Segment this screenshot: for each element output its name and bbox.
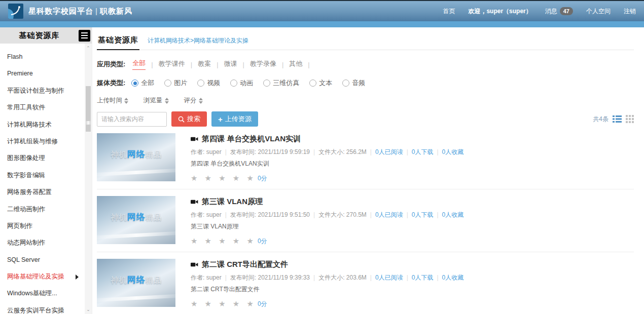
sidebar-item-flash[interactable]: Flash	[0, 49, 85, 65]
resource-title-row[interactable]: 第二课 CRT导出配置文件	[191, 260, 634, 269]
main-content: 基础资源库 计算机网络技术>网络基础理论及实操 应用类型: 全部| 教学课件| …	[93, 27, 644, 314]
sidebar-item-common-tools[interactable]: 常用工具软件	[0, 99, 85, 116]
sidebar-item-network-basics-active[interactable]: 网络基础理论及实操	[0, 268, 85, 285]
star-icons: ★ ★ ★ ★ ★	[191, 299, 256, 308]
video-camera-icon	[191, 136, 198, 142]
sort-score[interactable]: 评分	[184, 96, 203, 105]
resource-title: 第二课 CRT导出配置文件	[202, 260, 288, 269]
navbar-sub-strip	[0, 21, 644, 27]
media-type-all[interactable]: 全部	[131, 78, 154, 88]
star-icons: ★ ★ ★ ★ ★	[191, 174, 256, 183]
resource-item: 神机网络精品 第四课 单台交换机VLAN实训 作者: super|发布时间: 2…	[97, 127, 634, 189]
app-type-filter: 应用类型: 全部| 教学课件| 教案| 微课| 教学录像| 其他|	[97, 59, 634, 70]
app-type-micro-lesson[interactable]: 微课	[224, 59, 237, 70]
sidebar-item-image-processing[interactable]: 图形图像处理	[0, 150, 85, 167]
submenu-arrow-icon	[76, 274, 79, 280]
sidebar-item-premiere[interactable]: Premiere	[0, 65, 85, 82]
resource-thumbnail[interactable]: 神机网络精品	[97, 196, 175, 244]
rating-row: ★ ★ ★ ★ ★0分	[191, 237, 634, 246]
sidebar-item-sql-server[interactable]: SQL Server	[0, 252, 85, 268]
sidebar-scrollbar[interactable]: ⌃ ⌄	[85, 44, 92, 314]
sidebar-item-server-config[interactable]: 网络服务器配置	[0, 184, 85, 201]
resource-item: 神机网络精品 第二课 CRT导出配置文件 作者: super|发布时间: 202…	[97, 252, 634, 314]
plus-icon: +	[218, 115, 223, 124]
messages-count-badge: 47	[560, 7, 573, 15]
navbar-links: 首页 欢迎，super（super） 消息47 个人空间 注销	[443, 7, 636, 16]
resource-meta: 作者: super|发布时间: 2021/11/19 9:59:19|文件大小:…	[191, 148, 634, 156]
search-input[interactable]	[97, 112, 167, 127]
app-type-teaching-video[interactable]: 教学录像	[250, 59, 276, 70]
resource-thumbnail[interactable]: 神机网络精品	[97, 259, 175, 307]
video-camera-icon	[191, 199, 198, 205]
nav-logout-link[interactable]: 注销	[624, 7, 636, 16]
media-type-3d-sim[interactable]: 三维仿真	[263, 78, 299, 88]
sidebar-item-cloud-training[interactable]: 云服务实训平台实操	[0, 302, 85, 314]
radio-icon	[263, 80, 270, 87]
scroll-down-icon[interactable]: ⌄	[85, 306, 92, 313]
score-value: 0分	[258, 237, 267, 246]
app-type-courseware[interactable]: 教学课件	[159, 59, 185, 70]
resource-title-row[interactable]: 第三课 VLAN原理	[191, 197, 634, 207]
scrollbar-thumb[interactable]	[86, 86, 91, 132]
resource-title: 第四课 单台交换机VLAN实训	[202, 134, 301, 144]
sort-arrows-icon	[199, 98, 203, 104]
sidebar-header: 基础资源库	[0, 27, 92, 44]
brand-logo[interactable]	[8, 4, 23, 19]
media-type-label: 媒体类型:	[97, 78, 125, 88]
nav-home-link[interactable]: 首页	[443, 7, 455, 16]
menu-toggle-button[interactable]	[79, 30, 90, 42]
search-button[interactable]: 搜索	[171, 111, 207, 127]
nav-personal-space-link[interactable]: 个人空间	[586, 7, 611, 16]
score-value: 0分	[258, 174, 267, 183]
media-type-text[interactable]: 文本	[309, 78, 332, 88]
breadcrumb[interactable]: 计算机网络技术>网络基础理论及实操	[148, 36, 248, 45]
sidebar-item-2d-animation[interactable]: 二维动画制作	[0, 201, 85, 218]
media-type-filter: 媒体类型: 全部 图片 视频 动画 三维仿真 文本 音频	[97, 78, 634, 88]
media-type-video[interactable]: 视频	[197, 78, 220, 88]
top-navbar: 星科数字校园平台|职教新风 首页 欢迎，super（super） 消息47 个人…	[0, 0, 644, 21]
sidebar-item-web-making[interactable]: 网页制作	[0, 218, 85, 234]
score-value: 0分	[258, 300, 267, 308]
total-count: 共4条	[593, 115, 609, 124]
sidebar-item-assembly-repair[interactable]: 计算机组装与维修	[0, 133, 85, 150]
sort-arrows-icon	[124, 98, 128, 104]
media-type-animation[interactable]: 动画	[230, 78, 253, 88]
sidebar-item-windows-basics[interactable]: Windows基础理...	[0, 285, 85, 302]
list-view-icon[interactable]	[613, 115, 622, 123]
search-bar: 搜索 + 上传资源 共4条	[97, 111, 634, 127]
rating-row: ★ ★ ★ ★ ★0分	[191, 299, 634, 308]
sort-views[interactable]: 浏览量	[144, 96, 169, 105]
resource-item: 神机网络精品 第三课 VLAN原理 作者: super|发布时间: 2021/1…	[97, 189, 634, 252]
sidebar: 基础资源库 Flash Premiere 平面设计创意与制作 常用工具软件 计算…	[0, 27, 92, 314]
radio-icon	[197, 80, 204, 87]
app-type-label: 应用类型:	[97, 60, 125, 69]
page-title: 基础资源库	[97, 35, 139, 50]
resource-thumbnail[interactable]: 神机网络精品	[97, 133, 175, 181]
sidebar-item-computer-network[interactable]: 计算机网络技术	[0, 116, 85, 133]
sidebar-item-graphic-design[interactable]: 平面设计创意与制作	[0, 83, 85, 99]
sidebar-item-dynamic-site[interactable]: 动态网站制作	[0, 234, 85, 251]
upload-resource-button[interactable]: + 上传资源	[211, 111, 258, 127]
media-type-image[interactable]: 图片	[164, 78, 187, 88]
sort-bar: 上传时间 浏览量 评分	[97, 96, 634, 105]
result-count-area: 共4条	[593, 115, 634, 124]
search-icon	[178, 116, 185, 123]
app-type-all[interactable]: 全部	[132, 59, 146, 70]
scroll-up-icon[interactable]: ⌃	[85, 45, 92, 52]
resource-meta: 作者: super|发布时间: 2021/11/19 9:51:50|文件大小:…	[191, 211, 634, 219]
resource-title-row[interactable]: 第四课 单台交换机VLAN实训	[191, 134, 634, 144]
media-type-audio[interactable]: 音频	[342, 78, 365, 88]
radio-checked-icon	[131, 80, 138, 87]
radio-icon	[230, 80, 237, 87]
app-type-other[interactable]: 其他	[289, 59, 302, 70]
sort-upload-time[interactable]: 上传时间	[97, 96, 128, 105]
resource-title: 第三课 VLAN原理	[202, 197, 263, 207]
rating-row: ★ ★ ★ ★ ★0分	[191, 174, 634, 183]
sidebar-item-av-editing[interactable]: 数字影音编辑	[0, 167, 85, 184]
resource-meta: 作者: super|发布时间: 2021/11/19 9:39:33|文件大小:…	[191, 273, 634, 282]
app-type-lesson-plan[interactable]: 教案	[198, 59, 211, 70]
nav-messages-link[interactable]: 消息47	[545, 7, 573, 16]
grid-view-icon[interactable]	[626, 115, 634, 123]
sidebar-title: 基础资源库	[0, 31, 79, 41]
page-header: 基础资源库 计算机网络技术>网络基础理论及实操	[97, 35, 634, 50]
